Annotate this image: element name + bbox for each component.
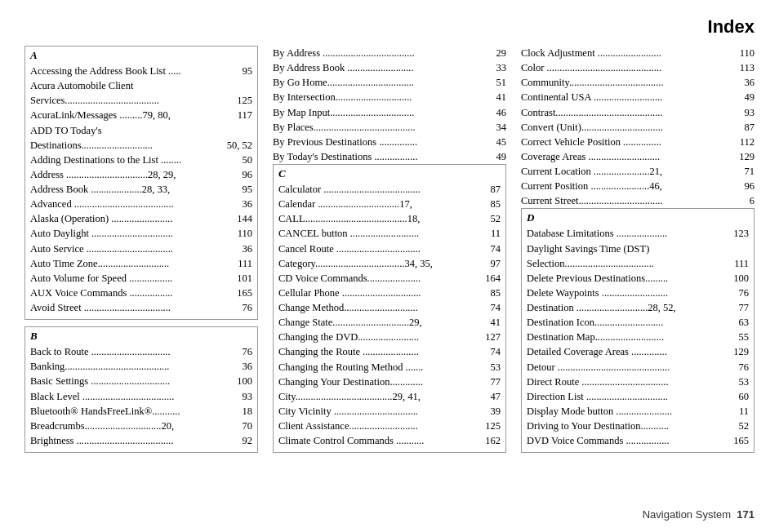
list-item: By Map Input............................…	[273, 105, 506, 120]
list-item: Direct Route ...........................…	[527, 375, 749, 389]
entry-page: 93	[745, 105, 755, 120]
footer-label: Navigation System	[643, 508, 731, 521]
entry-text: Bluetooth® HandsFreeLink®...........	[30, 404, 239, 419]
entry-page: 87	[745, 120, 755, 135]
list-item: Auto Time Zone..........................…	[30, 256, 252, 271]
entry-text: By Today's Destinations ................…	[273, 149, 493, 164]
list-item: Black Level ............................…	[30, 389, 252, 404]
list-item: Climate Control Commands ...........162	[278, 433, 501, 448]
list-item: Auto Daylight ..........................…	[30, 226, 252, 241]
entry-page: 76	[243, 300, 253, 315]
entry-page: 113	[740, 60, 755, 75]
list-item: Destination Icon........................…	[527, 315, 749, 330]
entry-page: 125	[237, 93, 252, 108]
entry-text: Direct Route ...........................…	[527, 375, 736, 389]
entry-text: Auto Volume for Speed .................	[30, 271, 234, 286]
list-item: By Go Home..............................…	[273, 75, 506, 90]
column-0: AAccessing the Address Book List .....95…	[24, 46, 258, 496]
list-item: CALL....................................…	[278, 211, 501, 226]
entry-page: 36	[745, 75, 755, 90]
list-item: Acura Automobile Client	[30, 78, 252, 93]
entry-page: 41	[491, 315, 501, 330]
entry-page: 49	[496, 149, 507, 164]
entry-text: By Map Input............................…	[273, 105, 493, 120]
entry-text: Delete Previous Destinations.........	[527, 271, 730, 286]
entry-page: 36	[243, 359, 253, 374]
entry-page: 125	[485, 419, 501, 433]
list-item: Bluetooth® HandsFreeLink®...........18	[30, 404, 252, 419]
entry-page: 101	[237, 271, 252, 286]
entry-page: 162	[485, 433, 501, 448]
columns-container: AAccessing the Address Book List .....95…	[24, 46, 755, 496]
list-item: Calculator .............................…	[278, 182, 501, 197]
list-item: Auto Volume for Speed .................1…	[30, 271, 252, 286]
entry-page: 110	[740, 46, 755, 60]
list-item: Changing Your Destination.............77	[278, 375, 501, 389]
entry-text: Client Assistance.......................…	[278, 419, 482, 433]
entry-text: Acura Automobile Client	[30, 78, 249, 93]
entry-text: Auto Service ...........................…	[30, 242, 239, 256]
entry-page: 53	[739, 375, 750, 389]
entry-page: 100	[733, 271, 749, 286]
list-item: Direction List .........................…	[527, 389, 749, 404]
entry-text: Change Method...........................…	[278, 300, 487, 315]
list-item: Banking.................................…	[30, 359, 252, 374]
section-letter-2-1: D	[527, 211, 749, 224]
entry-page: 6	[750, 193, 755, 208]
list-item: Changing the DVD........................…	[278, 330, 501, 344]
list-item: Contrast................................…	[521, 105, 755, 120]
entry-page: 49	[745, 90, 755, 104]
entry-page: 47	[491, 389, 501, 404]
list-item: Changing the Route .....................…	[278, 344, 501, 359]
entry-text: Coverage Areas .........................…	[521, 149, 736, 164]
entry-text: DVD Voice Commands .................	[527, 433, 730, 448]
entry-text: Black Level ............................…	[30, 389, 239, 404]
list-item: Avoid Street ...........................…	[30, 300, 252, 315]
list-item: Basic Settings .........................…	[30, 374, 252, 388]
entry-page: 76	[739, 286, 750, 300]
list-item: Community...............................…	[521, 75, 755, 90]
entry-page: 85	[491, 286, 501, 300]
entry-text: Continental USA ........................…	[521, 90, 741, 104]
list-item: Detour .................................…	[527, 360, 749, 375]
list-item: Breadcrumbs.............................…	[30, 419, 252, 433]
entry-page: 165	[733, 433, 749, 448]
entry-page: 50, 52	[227, 138, 252, 153]
entry-page: 129	[733, 344, 749, 359]
entry-text: Database Limitations ...................…	[527, 226, 730, 241]
entry-text: By Address .............................…	[273, 46, 493, 60]
entry-page: 74	[491, 344, 501, 359]
entry-text: By Places...............................…	[273, 120, 493, 135]
entry-page: 55	[739, 330, 750, 344]
entry-text: Detour .................................…	[527, 360, 736, 375]
list-item: Clock Adjustment .......................…	[521, 46, 755, 60]
entry-page: 74	[491, 300, 501, 315]
entry-page: 96	[745, 179, 755, 193]
list-item: Destination Map.........................…	[527, 330, 749, 344]
entry-text: Destinations............................	[30, 138, 224, 153]
entry-text: Clock Adjustment .......................…	[521, 46, 737, 60]
list-item: Selection...............................…	[527, 256, 749, 271]
entry-text: Community...............................…	[521, 75, 741, 90]
entry-text: Auto Time Zone..........................…	[30, 256, 234, 271]
list-item: Address ................................…	[30, 167, 252, 182]
list-item: Back to Route ..........................…	[30, 344, 252, 359]
entry-text: Category................................…	[278, 256, 487, 271]
entry-page: 18	[243, 404, 253, 419]
entry-text: CANCEL button ..........................…	[278, 226, 487, 241]
entry-page: 71	[745, 164, 755, 179]
section-letter-1-1: C	[278, 167, 501, 180]
list-item: Brightness .............................…	[30, 433, 252, 448]
entry-text: Changing the DVD........................	[278, 330, 482, 344]
page-title: Index	[24, 16, 755, 38]
list-item: Current Street..........................…	[521, 193, 755, 208]
list-item: Convert (Unit)..........................…	[521, 120, 755, 135]
entry-text: By Intersection.........................…	[273, 90, 493, 104]
list-item: Changing the Routing Method .......53	[278, 360, 501, 375]
entry-text: Selection...............................…	[527, 256, 731, 271]
list-item: Adding Destinations to the List ........…	[30, 153, 252, 167]
section-box-0-0: AAccessing the Address Book List .....95…	[24, 46, 258, 320]
entry-text: Direction List .........................…	[527, 389, 736, 404]
list-item: Change Method...........................…	[278, 300, 501, 315]
entry-page: 96	[243, 167, 253, 182]
